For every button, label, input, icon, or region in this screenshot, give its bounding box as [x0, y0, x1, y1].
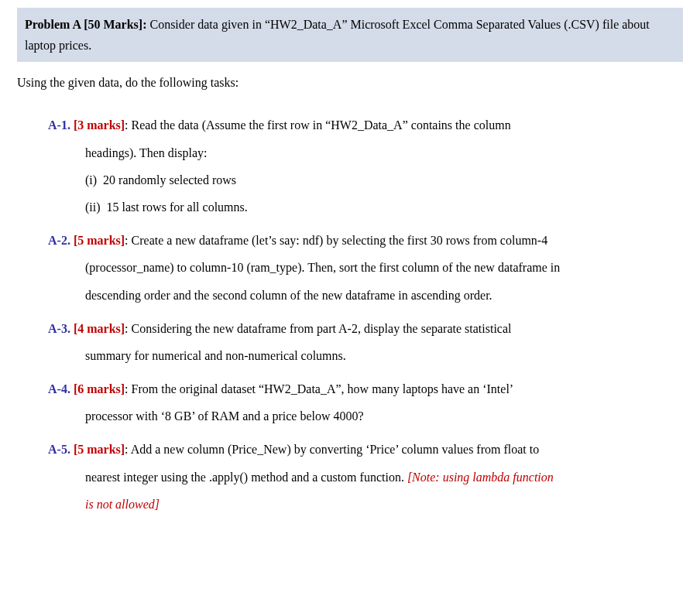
task-list: A-1. [3 marks]: Read the data (Assume th…	[17, 111, 683, 518]
task-a4-cont-0: processor with ‘8 GB’ of RAM and a price…	[48, 402, 683, 430]
task-a2: A-2. [5 marks]: Create a new dataframe (…	[48, 227, 683, 309]
intro-text: Using the given data, do the following t…	[17, 76, 683, 90]
task-a1-sublist: (i) 20 randomly selected rows (ii) 15 la…	[48, 166, 683, 221]
task-a5-text: : Add a new column (Price_New) by conver…	[125, 443, 539, 456]
task-a2-head: A-2. [5 marks]	[48, 234, 125, 247]
task-a3-num: A-3.	[48, 322, 70, 335]
task-a5-note-cont-wrap: is not allowed]	[48, 491, 683, 518]
task-a3-text: : Considering the new dataframe from par…	[125, 322, 511, 335]
task-a5-num: A-5.	[48, 443, 70, 456]
task-a5-cont-0: nearest integer using the .apply() metho…	[48, 464, 683, 491]
task-a3-head: A-3. [4 marks]	[48, 322, 125, 335]
task-a1-sub-i: (i) 20 randomly selected rows	[85, 166, 683, 193]
task-a1-head: A-1. [3 marks]	[48, 118, 125, 132]
task-a5-note-cont: is not allowed]	[85, 498, 160, 511]
document-page: Problem A [50 Marks]: Consider data give…	[0, 8, 700, 539]
task-a5-cont-text: nearest integer using the .apply() metho…	[85, 471, 407, 484]
task-a5-note-inline: [Note: using lambda function	[407, 471, 554, 484]
task-a1-text: : Read the data (Assume the first row in…	[125, 118, 511, 132]
task-a1-cont-0: headings). Then display:	[48, 139, 683, 166]
task-a3-cont-0: summary for numerical and non-numerical …	[48, 342, 683, 369]
problem-title-bold: Problem A [50 Marks]:	[25, 18, 146, 31]
task-a4-num: A-4.	[48, 382, 70, 395]
task-a2-cont-0: (processor_name) to column-10 (ram_type)…	[48, 254, 683, 281]
task-a2-text: : Create a new dataframe (let’s say: ndf…	[125, 234, 547, 247]
task-a4-marks: [6 marks]	[74, 382, 125, 395]
task-a5: A-5. [5 marks]: Add a new column (Price_…	[48, 436, 683, 518]
task-a1-sub-ii: (ii) 15 last rows for all columns.	[85, 193, 683, 221]
problem-header: Problem A [50 Marks]: Consider data give…	[17, 8, 683, 62]
task-a5-marks: [5 marks]	[74, 443, 125, 456]
task-a4-text: : From the original dataset “HW2_Data_A”…	[125, 382, 513, 395]
task-a2-cont-1: descending order and the second column o…	[48, 282, 683, 309]
task-a1-num: A-1.	[48, 118, 70, 132]
task-a1-marks: [3 marks]	[74, 118, 125, 132]
task-a3-marks: [4 marks]	[74, 322, 125, 335]
task-a1: A-1. [3 marks]: Read the data (Assume th…	[48, 111, 683, 221]
task-a4-head: A-4. [6 marks]	[48, 382, 125, 395]
task-a2-marks: [5 marks]	[74, 234, 125, 247]
task-a3: A-3. [4 marks]: Considering the new data…	[48, 315, 683, 369]
task-a5-head: A-5. [5 marks]	[48, 443, 125, 456]
task-a4: A-4. [6 marks]: From the original datase…	[48, 375, 683, 430]
task-a2-num: A-2.	[48, 234, 70, 247]
